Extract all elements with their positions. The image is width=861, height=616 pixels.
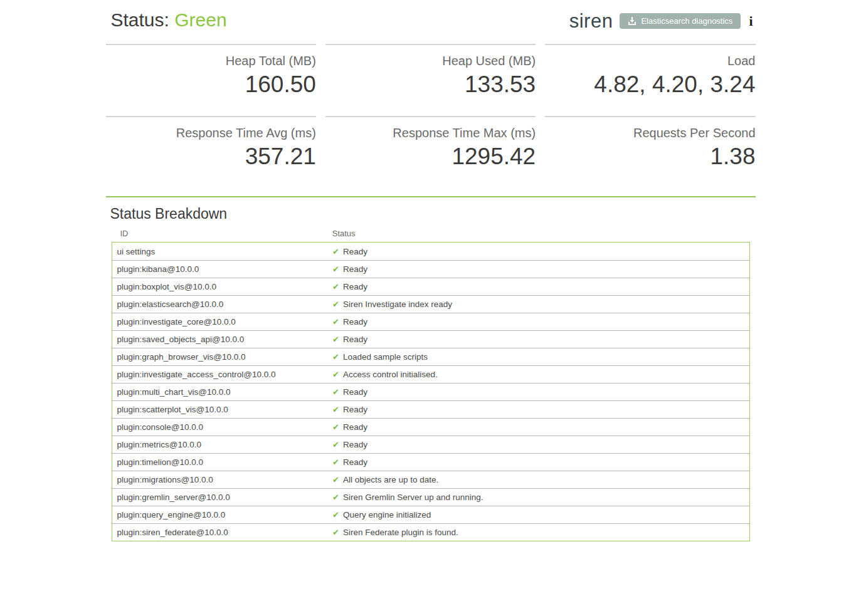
row-status: ✔ Ready <box>332 317 749 326</box>
metrics-grid: Heap Total (MB) 160.50 Heap Used (MB) 13… <box>106 44 756 187</box>
table-row: ui settings ✔ Ready <box>112 243 749 260</box>
row-id: plugin:multi_chart_vis@10.0.0 <box>112 387 333 397</box>
row-id: plugin:console@10.0.0 <box>112 422 333 432</box>
table-row: plugin:query_engine@10.0.0 ✔ Query engin… <box>112 506 749 523</box>
row-status-text: Ready <box>343 335 367 344</box>
table-row: plugin:investigate_core@10.0.0 ✔ Ready <box>112 313 749 330</box>
row-status: ✔ Ready <box>332 387 749 397</box>
info-icon[interactable]: i <box>747 14 754 28</box>
row-id: ui settings <box>112 247 333 256</box>
row-status-text: Siren Gremlin Server up and running. <box>343 493 483 502</box>
row-status-text: Ready <box>343 282 367 291</box>
row-id: plugin:elasticsearch@10.0.0 <box>112 300 333 309</box>
table-row: plugin:graph_browser_vis@10.0.0 ✔ Loaded… <box>112 348 749 365</box>
elasticsearch-diagnostics-button[interactable]: Elasticsearch diagnostics <box>620 13 741 29</box>
metric-label: Heap Total (MB) <box>106 53 316 69</box>
row-status-text: Siren Investigate index ready <box>343 300 452 309</box>
table-row: plugin:timelion@10.0.0 ✔ Ready <box>112 453 749 471</box>
metric-card-heap-used: Heap Used (MB) 133.53 <box>325 44 536 116</box>
diagnostics-button-label: Elasticsearch diagnostics <box>641 17 732 25</box>
table-row: plugin:console@10.0.0 ✔ Ready <box>112 418 749 436</box>
status-page: Status: Green siren Elasticsearch diagno… <box>106 0 756 541</box>
metric-label: Heap Used (MB) <box>325 53 536 69</box>
metric-card-load: Load 4.82, 4.20, 3.24 <box>545 44 755 116</box>
row-id: plugin:siren_federate@10.0.0 <box>112 528 333 537</box>
row-status-text: Query engine initialized <box>343 510 431 519</box>
status-breakdown-table: ID Status ui settings ✔ Ready plugin:kib… <box>112 229 750 541</box>
table-row: plugin:migrations@10.0.0 ✔ All objects a… <box>112 471 749 488</box>
row-status-text: Loaded sample scripts <box>343 352 428 362</box>
row-id: plugin:timelion@10.0.0 <box>112 457 333 467</box>
row-status: ✔ Ready <box>332 247 749 256</box>
row-id: plugin:gremlin_server@10.0.0 <box>112 493 333 502</box>
column-header-id: ID <box>112 229 332 238</box>
metric-value: 357.21 <box>106 144 316 170</box>
check-icon: ✔ <box>332 493 339 502</box>
page-title: Status: Green <box>107 9 227 31</box>
metric-card-response-avg: Response Time Avg (ms) 357.21 <box>106 116 316 188</box>
metric-label: Response Time Avg (ms) <box>106 125 316 141</box>
check-icon: ✔ <box>332 300 339 309</box>
row-status: ✔ Ready <box>332 282 749 291</box>
row-status: ✔ Query engine initialized <box>332 510 749 519</box>
table-row: plugin:investigate_access_control@10.0.0… <box>112 365 749 383</box>
row-id: plugin:boxplot_vis@10.0.0 <box>112 282 333 291</box>
row-id: plugin:graph_browser_vis@10.0.0 <box>112 352 333 362</box>
table-body: ui settings ✔ Ready plugin:kibana@10.0.0… <box>112 242 750 541</box>
check-icon: ✔ <box>332 475 339 484</box>
row-status: ✔ Ready <box>332 440 749 449</box>
row-id: plugin:metrics@10.0.0 <box>112 440 333 449</box>
breakdown-title: Status Breakdown <box>106 206 756 222</box>
page-header: Status: Green siren Elasticsearch diagno… <box>106 9 756 31</box>
row-status-text: Ready <box>343 264 367 274</box>
row-id: plugin:migrations@10.0.0 <box>112 475 333 484</box>
check-icon: ✔ <box>332 247 339 256</box>
metric-value: 4.82, 4.20, 3.24 <box>545 72 755 98</box>
row-status-text: Ready <box>343 387 367 397</box>
table-row: plugin:boxplot_vis@10.0.0 ✔ Ready <box>112 278 749 295</box>
row-status: ✔ Ready <box>332 457 749 467</box>
row-id: plugin:query_engine@10.0.0 <box>112 510 333 519</box>
metric-card-response-max: Response Time Max (ms) 1295.42 <box>325 116 536 188</box>
metric-value: 1.38 <box>545 144 755 170</box>
check-icon: ✔ <box>332 282 339 291</box>
check-icon: ✔ <box>332 440 339 449</box>
row-status: ✔ Ready <box>332 422 749 432</box>
header-actions: siren Elasticsearch diagnostics i <box>569 9 754 31</box>
check-icon: ✔ <box>332 528 339 537</box>
check-icon: ✔ <box>332 352 339 362</box>
metric-value: 1295.42 <box>325 144 536 170</box>
row-id: plugin:kibana@10.0.0 <box>112 264 333 274</box>
table-row: plugin:metrics@10.0.0 ✔ Ready <box>112 436 749 453</box>
metric-value: 160.50 <box>106 72 316 98</box>
check-icon: ✔ <box>332 335 339 344</box>
table-row: plugin:scatterplot_vis@10.0.0 ✔ Ready <box>112 400 749 418</box>
row-status: ✔ Access control initialised. <box>332 370 749 379</box>
table-row: plugin:gremlin_server@10.0.0 ✔ Siren Gre… <box>112 488 749 506</box>
row-status: ✔ Siren Investigate index ready <box>332 300 749 309</box>
row-status: ✔ Siren Gremlin Server up and running. <box>332 493 749 502</box>
download-icon <box>628 17 637 25</box>
metric-card-requests-per-second: Requests Per Second 1.38 <box>545 116 755 188</box>
table-row: plugin:siren_federate@10.0.0 ✔ Siren Fed… <box>112 523 749 541</box>
table-row: plugin:multi_chart_vis@10.0.0 ✔ Ready <box>112 383 749 400</box>
check-icon: ✔ <box>332 457 339 467</box>
table-row: plugin:elasticsearch@10.0.0 ✔ Siren Inve… <box>112 295 749 313</box>
table-header-row: ID Status <box>112 229 750 242</box>
section-divider <box>106 196 756 197</box>
row-status-text: Ready <box>343 405 367 414</box>
row-status: ✔ Siren Federate plugin is found. <box>332 528 749 537</box>
row-id: plugin:saved_objects_api@10.0.0 <box>112 335 333 344</box>
metric-value: 133.53 <box>325 72 536 98</box>
metric-label: Load <box>545 53 755 69</box>
row-status-text: All objects are up to date. <box>343 475 438 484</box>
row-status-text: Ready <box>343 422 367 432</box>
column-header-status: Status <box>332 229 750 238</box>
check-icon: ✔ <box>332 370 339 379</box>
siren-logo: siren <box>569 11 613 31</box>
row-status: ✔ Ready <box>332 405 749 414</box>
status-value: Green <box>174 9 226 30</box>
row-status-text: Ready <box>343 457 367 467</box>
row-status-text: Ready <box>343 247 367 256</box>
status-label: Status: <box>111 9 169 30</box>
